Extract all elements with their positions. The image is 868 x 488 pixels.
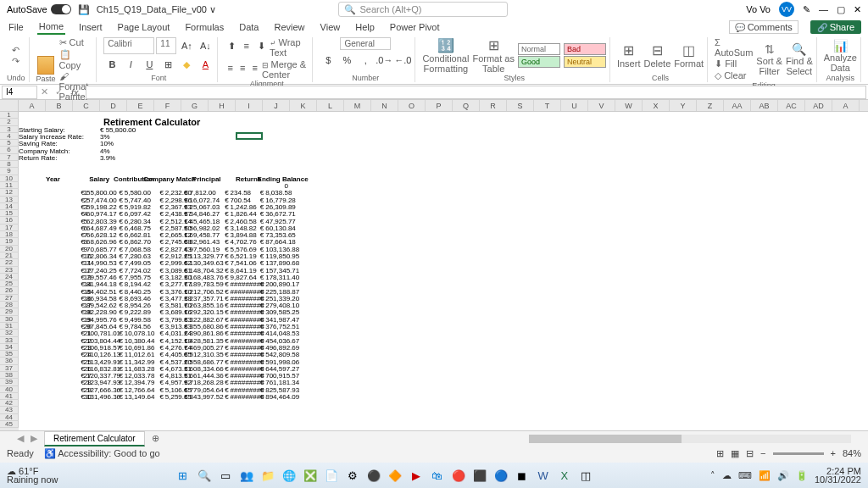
fx-icon[interactable]: fx <box>66 87 84 97</box>
start-icon[interactable]: ⊞ <box>174 466 192 485</box>
cell[interactable]: € <box>184 393 187 401</box>
col-header[interactable]: T <box>534 100 561 111</box>
col-header[interactable]: P <box>426 100 453 111</box>
number-format-select[interactable]: General <box>340 37 391 50</box>
store-icon[interactable]: 🛍 <box>428 466 447 485</box>
task-view-icon[interactable]: ▭ <box>216 466 235 485</box>
weather-widget[interactable]: ☁ 61°FRaining now <box>7 467 58 484</box>
app-icon[interactable]: ▶ <box>407 466 426 485</box>
delete-cells-icon[interactable]: ⊟ <box>652 42 663 58</box>
horizontal-scrollbar[interactable] <box>529 435 851 443</box>
app-icon[interactable]: ❎ <box>301 466 320 485</box>
undo-icon[interactable]: ↶ <box>12 45 19 56</box>
align-center-icon[interactable]: ≡ <box>237 59 248 76</box>
app-icon[interactable]: ◼ <box>513 466 531 485</box>
decrease-font-icon[interactable]: A↓ <box>197 37 214 54</box>
increase-font-icon[interactable]: A↑ <box>178 37 195 54</box>
col-header[interactable]: Q <box>453 100 480 111</box>
zoom-slider[interactable] <box>773 452 824 455</box>
col-header[interactable]: N <box>371 100 398 111</box>
style-bad[interactable]: Bad <box>564 43 606 55</box>
col-header[interactable]: AC <box>778 100 805 111</box>
tab-home[interactable]: Home <box>37 19 65 35</box>
view-normal-icon[interactable]: ⊞ <box>716 448 724 459</box>
formula-bar[interactable] <box>86 86 866 99</box>
comments-button[interactable]: 💬 Comments <box>729 20 798 34</box>
cell[interactable]: Year <box>46 175 60 183</box>
tray-wifi-icon[interactable]: 📶 <box>759 470 771 481</box>
col-header[interactable]: AB <box>751 100 778 111</box>
tab-data[interactable]: Data <box>237 20 260 34</box>
tab-view[interactable]: View <box>319 20 342 34</box>
search-taskbar-icon[interactable]: 🔍 <box>195 466 214 485</box>
cell[interactable]: Company Match <box>143 175 196 183</box>
font-color-button[interactable]: A <box>197 56 214 73</box>
merge-button[interactable]: ⊟ Merge & Center <box>262 59 309 80</box>
analyze-data-icon[interactable]: 📊 <box>833 39 848 53</box>
col-header[interactable]: S <box>507 100 534 111</box>
format-as-table-icon[interactable]: ⊞ <box>488 37 499 53</box>
app-icon[interactable]: ⚙ <box>343 466 362 485</box>
cell[interactable]: € <box>119 393 122 401</box>
currency-button[interactable]: $ <box>320 52 337 69</box>
cell[interactable]: € <box>159 393 163 401</box>
word-icon[interactable]: W <box>534 466 553 485</box>
align-top-icon[interactable]: ⬆ <box>225 37 238 54</box>
zoom-level[interactable]: 84% <box>843 448 861 458</box>
col-header[interactable]: U <box>561 100 588 111</box>
cell[interactable]: 894,464.09 <box>265 393 299 401</box>
col-header[interactable]: Y <box>670 100 697 111</box>
col-header[interactable]: A <box>19 100 46 111</box>
tab-review[interactable]: Review <box>272 20 306 34</box>
row-header[interactable]: 45 <box>0 421 19 428</box>
cancel-formula-icon[interactable]: ✕ <box>37 86 52 97</box>
cell[interactable]: Salary <box>89 175 109 183</box>
tab-help[interactable]: Help <box>353 20 376 34</box>
cell[interactable]: ######### <box>231 393 264 401</box>
col-header[interactable]: AD <box>805 100 832 111</box>
tray-chevron-icon[interactable]: ˄ <box>710 470 715 481</box>
ribbon-display-icon[interactable]: ✎ <box>803 4 810 15</box>
conditional-formatting-icon[interactable]: 🔢 <box>437 37 454 53</box>
name-box[interactable]: I4 <box>2 86 37 99</box>
tray-lang-icon[interactable]: ⌨ <box>738 470 752 481</box>
zoom-out-icon[interactable]: − <box>760 448 765 458</box>
tab-nav-next-icon[interactable]: ▶ <box>31 433 37 444</box>
cell[interactable]: Ending Balance <box>258 175 309 183</box>
steam-icon[interactable]: ⚫ <box>364 466 383 485</box>
col-header[interactable]: AA <box>724 100 751 111</box>
paste-button[interactable]: Paste <box>36 56 56 83</box>
avatar[interactable]: VV <box>779 2 794 17</box>
col-header[interactable]: L <box>317 100 344 111</box>
style-neutral[interactable]: Neutral <box>564 56 606 68</box>
col-header[interactable]: H <box>209 100 236 111</box>
tab-file[interactable]: File <box>7 20 25 34</box>
col-header[interactable]: A <box>832 100 860 111</box>
font-size-select[interactable]: 11 <box>156 37 176 54</box>
sheet-tab-active[interactable]: Retirement Calculator <box>44 431 145 446</box>
app-icon[interactable]: ◫ <box>576 466 595 485</box>
col-header[interactable]: I <box>236 100 263 111</box>
align-left-icon[interactable]: ≡ <box>225 59 236 76</box>
excel-icon[interactable]: X <box>555 466 574 485</box>
new-sheet-icon[interactable]: ⊕ <box>152 433 159 444</box>
align-right-icon[interactable]: ≡ <box>249 59 260 76</box>
underline-button[interactable]: U <box>141 56 158 73</box>
filename[interactable]: Ch15_Q19_Data_File_v00 ∨ <box>97 4 216 15</box>
col-header[interactable]: M <box>344 100 371 111</box>
col-header[interactable]: Z <box>697 100 724 111</box>
col-header[interactable]: V <box>588 100 615 111</box>
increase-decimal-icon[interactable]: .0→ <box>376 52 392 69</box>
tab-powerpivot[interactable]: Power Pivot <box>388 20 442 34</box>
comma-button[interactable]: , <box>357 52 374 69</box>
maximize-icon[interactable]: ▢ <box>837 4 845 15</box>
style-normal[interactable]: Normal <box>518 43 560 55</box>
col-header[interactable]: D <box>100 100 127 111</box>
save-icon[interactable]: 💾 <box>78 4 90 15</box>
col-header[interactable]: F <box>154 100 181 111</box>
tab-pagelayout[interactable]: Page Layout <box>116 20 172 34</box>
redo-icon[interactable]: ↷ <box>12 56 19 67</box>
share-button[interactable]: 🔗 Share <box>810 20 861 34</box>
teams-icon[interactable]: 👥 <box>237 466 256 485</box>
col-header[interactable]: J <box>263 100 290 111</box>
